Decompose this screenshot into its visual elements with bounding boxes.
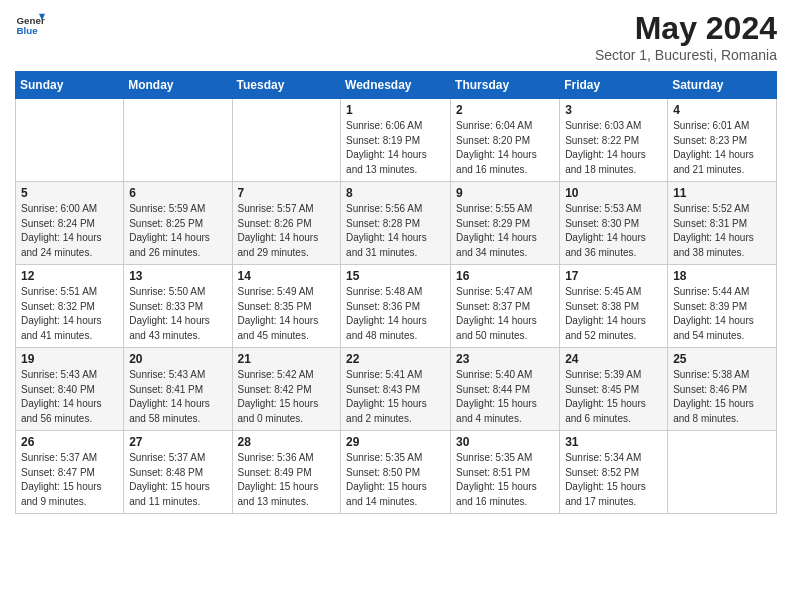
calendar-cell: 5Sunrise: 6:00 AM Sunset: 8:24 PM Daylig… bbox=[16, 182, 124, 265]
day-info: Sunrise: 5:35 AM Sunset: 8:50 PM Dayligh… bbox=[346, 451, 445, 509]
day-number: 1 bbox=[346, 103, 445, 117]
calendar-cell: 17Sunrise: 5:45 AM Sunset: 8:38 PM Dayli… bbox=[560, 265, 668, 348]
day-info: Sunrise: 5:51 AM Sunset: 8:32 PM Dayligh… bbox=[21, 285, 118, 343]
day-number: 31 bbox=[565, 435, 662, 449]
calendar-cell: 8Sunrise: 5:56 AM Sunset: 8:28 PM Daylig… bbox=[341, 182, 451, 265]
day-info: Sunrise: 5:41 AM Sunset: 8:43 PM Dayligh… bbox=[346, 368, 445, 426]
calendar-cell: 30Sunrise: 5:35 AM Sunset: 8:51 PM Dayli… bbox=[451, 431, 560, 514]
calendar-cell: 23Sunrise: 5:40 AM Sunset: 8:44 PM Dayli… bbox=[451, 348, 560, 431]
calendar-cell bbox=[668, 431, 777, 514]
day-number: 8 bbox=[346, 186, 445, 200]
day-info: Sunrise: 5:53 AM Sunset: 8:30 PM Dayligh… bbox=[565, 202, 662, 260]
calendar-cell: 26Sunrise: 5:37 AM Sunset: 8:47 PM Dayli… bbox=[16, 431, 124, 514]
day-info: Sunrise: 5:42 AM Sunset: 8:42 PM Dayligh… bbox=[238, 368, 336, 426]
day-number: 24 bbox=[565, 352, 662, 366]
day-number: 2 bbox=[456, 103, 554, 117]
day-info: Sunrise: 5:37 AM Sunset: 8:48 PM Dayligh… bbox=[129, 451, 226, 509]
calendar-cell: 10Sunrise: 5:53 AM Sunset: 8:30 PM Dayli… bbox=[560, 182, 668, 265]
day-info: Sunrise: 5:39 AM Sunset: 8:45 PM Dayligh… bbox=[565, 368, 662, 426]
day-number: 15 bbox=[346, 269, 445, 283]
day-number: 26 bbox=[21, 435, 118, 449]
day-info: Sunrise: 5:34 AM Sunset: 8:52 PM Dayligh… bbox=[565, 451, 662, 509]
day-number: 5 bbox=[21, 186, 118, 200]
title-area: May 2024 Sector 1, Bucuresti, Romania bbox=[595, 10, 777, 63]
day-number: 13 bbox=[129, 269, 226, 283]
calendar-cell: 11Sunrise: 5:52 AM Sunset: 8:31 PM Dayli… bbox=[668, 182, 777, 265]
calendar-cell bbox=[16, 99, 124, 182]
calendar-cell: 27Sunrise: 5:37 AM Sunset: 8:48 PM Dayli… bbox=[124, 431, 232, 514]
day-info: Sunrise: 5:38 AM Sunset: 8:46 PM Dayligh… bbox=[673, 368, 771, 426]
calendar-cell: 2Sunrise: 6:04 AM Sunset: 8:20 PM Daylig… bbox=[451, 99, 560, 182]
day-number: 16 bbox=[456, 269, 554, 283]
day-info: Sunrise: 6:03 AM Sunset: 8:22 PM Dayligh… bbox=[565, 119, 662, 177]
day-number: 14 bbox=[238, 269, 336, 283]
day-number: 29 bbox=[346, 435, 445, 449]
subtitle: Sector 1, Bucuresti, Romania bbox=[595, 47, 777, 63]
day-info: Sunrise: 5:48 AM Sunset: 8:36 PM Dayligh… bbox=[346, 285, 445, 343]
day-number: 9 bbox=[456, 186, 554, 200]
day-info: Sunrise: 5:49 AM Sunset: 8:35 PM Dayligh… bbox=[238, 285, 336, 343]
day-number: 6 bbox=[129, 186, 226, 200]
calendar-cell: 6Sunrise: 5:59 AM Sunset: 8:25 PM Daylig… bbox=[124, 182, 232, 265]
calendar-cell: 29Sunrise: 5:35 AM Sunset: 8:50 PM Dayli… bbox=[341, 431, 451, 514]
day-number: 4 bbox=[673, 103, 771, 117]
weekday-header-monday: Monday bbox=[124, 72, 232, 99]
day-info: Sunrise: 5:36 AM Sunset: 8:49 PM Dayligh… bbox=[238, 451, 336, 509]
weekday-header-friday: Friday bbox=[560, 72, 668, 99]
calendar-cell: 13Sunrise: 5:50 AM Sunset: 8:33 PM Dayli… bbox=[124, 265, 232, 348]
day-number: 19 bbox=[21, 352, 118, 366]
day-number: 23 bbox=[456, 352, 554, 366]
day-number: 27 bbox=[129, 435, 226, 449]
day-info: Sunrise: 5:44 AM Sunset: 8:39 PM Dayligh… bbox=[673, 285, 771, 343]
day-info: Sunrise: 5:45 AM Sunset: 8:38 PM Dayligh… bbox=[565, 285, 662, 343]
day-number: 7 bbox=[238, 186, 336, 200]
calendar-week-2: 5Sunrise: 6:00 AM Sunset: 8:24 PM Daylig… bbox=[16, 182, 777, 265]
day-number: 25 bbox=[673, 352, 771, 366]
day-info: Sunrise: 5:56 AM Sunset: 8:28 PM Dayligh… bbox=[346, 202, 445, 260]
calendar-cell: 7Sunrise: 5:57 AM Sunset: 8:26 PM Daylig… bbox=[232, 182, 341, 265]
day-number: 21 bbox=[238, 352, 336, 366]
day-info: Sunrise: 5:50 AM Sunset: 8:33 PM Dayligh… bbox=[129, 285, 226, 343]
calendar-week-5: 26Sunrise: 5:37 AM Sunset: 8:47 PM Dayli… bbox=[16, 431, 777, 514]
day-info: Sunrise: 5:43 AM Sunset: 8:40 PM Dayligh… bbox=[21, 368, 118, 426]
calendar-cell: 9Sunrise: 5:55 AM Sunset: 8:29 PM Daylig… bbox=[451, 182, 560, 265]
calendar-cell: 21Sunrise: 5:42 AM Sunset: 8:42 PM Dayli… bbox=[232, 348, 341, 431]
day-info: Sunrise: 5:40 AM Sunset: 8:44 PM Dayligh… bbox=[456, 368, 554, 426]
day-info: Sunrise: 5:47 AM Sunset: 8:37 PM Dayligh… bbox=[456, 285, 554, 343]
weekday-header-sunday: Sunday bbox=[16, 72, 124, 99]
calendar-cell: 15Sunrise: 5:48 AM Sunset: 8:36 PM Dayli… bbox=[341, 265, 451, 348]
day-info: Sunrise: 5:37 AM Sunset: 8:47 PM Dayligh… bbox=[21, 451, 118, 509]
calendar-week-1: 1Sunrise: 6:06 AM Sunset: 8:19 PM Daylig… bbox=[16, 99, 777, 182]
day-info: Sunrise: 6:01 AM Sunset: 8:23 PM Dayligh… bbox=[673, 119, 771, 177]
calendar-cell: 28Sunrise: 5:36 AM Sunset: 8:49 PM Dayli… bbox=[232, 431, 341, 514]
weekday-header-thursday: Thursday bbox=[451, 72, 560, 99]
day-number: 3 bbox=[565, 103, 662, 117]
logo: General Blue bbox=[15, 10, 45, 40]
calendar-table: SundayMondayTuesdayWednesdayThursdayFrid… bbox=[15, 71, 777, 514]
calendar-cell bbox=[232, 99, 341, 182]
month-title: May 2024 bbox=[595, 10, 777, 47]
calendar-cell: 20Sunrise: 5:43 AM Sunset: 8:41 PM Dayli… bbox=[124, 348, 232, 431]
weekday-header-wednesday: Wednesday bbox=[341, 72, 451, 99]
day-number: 30 bbox=[456, 435, 554, 449]
calendar-cell: 3Sunrise: 6:03 AM Sunset: 8:22 PM Daylig… bbox=[560, 99, 668, 182]
day-info: Sunrise: 6:00 AM Sunset: 8:24 PM Dayligh… bbox=[21, 202, 118, 260]
calendar-cell: 25Sunrise: 5:38 AM Sunset: 8:46 PM Dayli… bbox=[668, 348, 777, 431]
calendar-week-4: 19Sunrise: 5:43 AM Sunset: 8:40 PM Dayli… bbox=[16, 348, 777, 431]
day-number: 11 bbox=[673, 186, 771, 200]
calendar-cell: 14Sunrise: 5:49 AM Sunset: 8:35 PM Dayli… bbox=[232, 265, 341, 348]
calendar-cell: 4Sunrise: 6:01 AM Sunset: 8:23 PM Daylig… bbox=[668, 99, 777, 182]
calendar-cell bbox=[124, 99, 232, 182]
day-info: Sunrise: 5:57 AM Sunset: 8:26 PM Dayligh… bbox=[238, 202, 336, 260]
day-number: 28 bbox=[238, 435, 336, 449]
day-info: Sunrise: 5:52 AM Sunset: 8:31 PM Dayligh… bbox=[673, 202, 771, 260]
day-info: Sunrise: 5:43 AM Sunset: 8:41 PM Dayligh… bbox=[129, 368, 226, 426]
weekday-header-saturday: Saturday bbox=[668, 72, 777, 99]
day-number: 18 bbox=[673, 269, 771, 283]
calendar-cell: 1Sunrise: 6:06 AM Sunset: 8:19 PM Daylig… bbox=[341, 99, 451, 182]
calendar-cell: 18Sunrise: 5:44 AM Sunset: 8:39 PM Dayli… bbox=[668, 265, 777, 348]
calendar-cell: 24Sunrise: 5:39 AM Sunset: 8:45 PM Dayli… bbox=[560, 348, 668, 431]
page-header: General Blue May 2024 Sector 1, Bucurest… bbox=[15, 10, 777, 63]
day-number: 20 bbox=[129, 352, 226, 366]
day-number: 17 bbox=[565, 269, 662, 283]
